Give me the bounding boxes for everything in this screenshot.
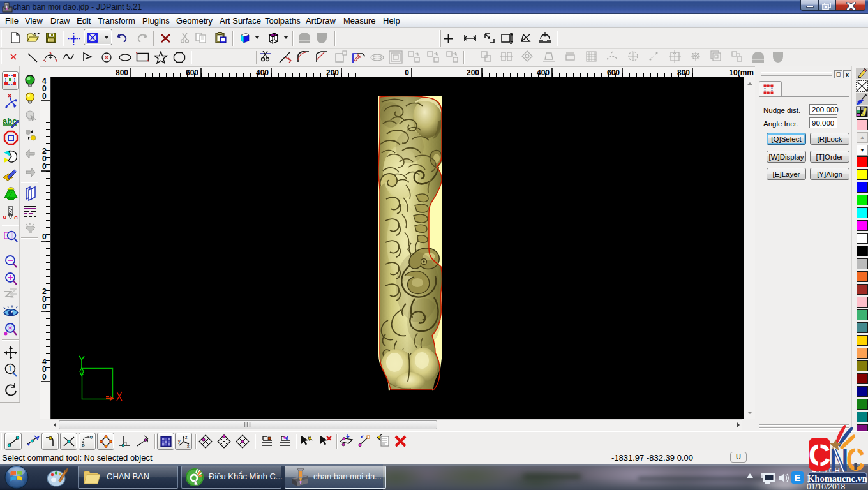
svg-text:x: x xyxy=(187,444,190,448)
svg-text:800: 800 xyxy=(116,68,128,77)
svg-text:0: 0 xyxy=(42,162,47,171)
svg-text:600: 600 xyxy=(186,68,198,77)
svg-text:0: 0 xyxy=(42,232,47,241)
svg-text:0: 0 xyxy=(42,92,47,101)
svg-text:0: 0 xyxy=(42,302,47,311)
svg-text:800: 800 xyxy=(677,68,690,77)
svg-text:N: N xyxy=(3,215,6,221)
svg-text:400: 400 xyxy=(537,68,550,77)
svg-text:z: z xyxy=(185,435,188,440)
svg-text:200: 200 xyxy=(467,68,479,77)
svg-text:600: 600 xyxy=(607,68,620,77)
svg-text:C: C xyxy=(14,215,18,221)
svg-text:1: 1 xyxy=(8,366,12,373)
svg-text:10(mm: 10(mm xyxy=(729,68,754,77)
svg-text:Khomaucnc.vn: Khomaucnc.vn xyxy=(807,473,867,484)
svg-text:0: 0 xyxy=(405,68,409,77)
svg-text:0: 0 xyxy=(42,373,47,382)
svg-text:400: 400 xyxy=(256,68,269,77)
svg-text:200: 200 xyxy=(326,68,339,77)
svg-text:y: y xyxy=(178,439,181,444)
